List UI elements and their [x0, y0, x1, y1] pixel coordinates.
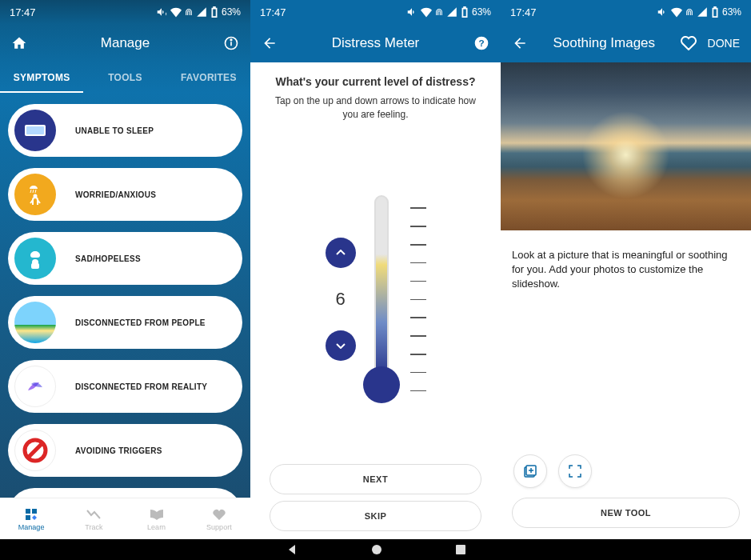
bottom-nav-label: Manage: [18, 523, 45, 531]
soothing-image[interactable]: [501, 62, 751, 230]
symptom-list: UNABLE TO SLEEP WORRIED/ANXIOUS SAD/HOPE…: [0, 93, 250, 498]
thermometer: [372, 195, 394, 403]
add-photo-button[interactable]: [513, 454, 547, 488]
symptom-item[interactable]: DISCONNECTED FROM REALITY: [8, 360, 242, 413]
svg-line-7: [35, 190, 36, 193]
symptom-label: SAD/HOPELESS: [75, 254, 141, 263]
info-icon[interactable]: [223, 35, 239, 51]
bottom-nav-track[interactable]: Track: [62, 498, 125, 539]
up-button[interactable]: [326, 238, 356, 268]
bottom-nav-label: Learn: [147, 523, 166, 531]
svg-point-22: [372, 545, 381, 554]
symptom-item[interactable]: DISCONNECTED FROM PEOPLE: [8, 296, 242, 349]
bottom-nav-label: Support: [206, 523, 232, 531]
back-icon[interactable]: [262, 35, 278, 51]
back-icon[interactable]: [512, 35, 528, 51]
no-sign-icon: [14, 430, 56, 471]
meter-area: 6: [270, 142, 481, 458]
android-back-icon[interactable]: [286, 543, 298, 556]
heart-icon[interactable]: [681, 36, 697, 50]
symptom-label: WORRIED/ANXIOUS: [75, 190, 156, 199]
next-button[interactable]: NEXT: [270, 464, 481, 494]
status-bar: 17:47 ⋒ 63%: [501, 0, 751, 24]
app-bar: Distress Meter ?: [250, 24, 501, 62]
tab-symptoms[interactable]: SYMPTOMS: [0, 62, 83, 93]
symptom-label: DISCONNECTED FROM REALITY: [75, 382, 207, 391]
status-time: 17:47: [510, 6, 537, 18]
home-icon[interactable]: [11, 35, 27, 51]
svg-rect-14: [32, 509, 37, 514]
status-time: 17:47: [10, 6, 36, 18]
symptom-label: UNABLE TO SLEEP: [75, 126, 154, 135]
bottom-nav: Manage Track Learn Support: [0, 498, 250, 539]
svg-line-12: [28, 443, 42, 458]
distress-body: What's your current level of distress? T…: [250, 62, 501, 539]
status-icons: ⋒ 63%: [156, 6, 241, 18]
thermometer-ticks: [410, 207, 426, 391]
symptom-item[interactable]: WORRIED/ANXIOUS: [8, 168, 242, 221]
trend-icon: [86, 507, 101, 522]
soothing-description: Look at a picture that is meaningful or …: [501, 230, 751, 310]
status-battery: 63%: [472, 6, 491, 18]
svg-point-2: [230, 39, 232, 41]
svg-rect-10: [31, 263, 39, 269]
soothing-body: Look at a picture that is meaningful or …: [501, 62, 751, 539]
bottom-nav-learn[interactable]: Learn: [126, 498, 188, 539]
symptom-item[interactable]: AVOIDING TRIGGERS: [8, 424, 242, 477]
page-title: Manage: [101, 35, 150, 51]
svg-rect-23: [456, 545, 465, 554]
status-bar: 17:47 ⋒ 63%: [0, 0, 250, 24]
grid-icon: [25, 507, 38, 522]
beach-icon: [14, 302, 56, 343]
svg-line-5: [30, 190, 31, 193]
done-button[interactable]: DONE: [708, 37, 740, 50]
bottom-nav-label: Track: [85, 523, 102, 531]
app-bar: Soothing Images DONE: [501, 24, 751, 62]
page-title: Distress Meter: [332, 35, 420, 51]
rain-person-icon: [14, 174, 56, 215]
svg-rect-13: [26, 509, 30, 514]
book-icon: [150, 507, 164, 522]
fullscreen-button[interactable]: [558, 454, 592, 488]
tab-favorites[interactable]: FAVORITES: [167, 62, 250, 93]
abstract-icon: [14, 366, 56, 407]
symptom-label: DISCONNECTED FROM PEOPLE: [75, 318, 206, 327]
down-button[interactable]: [326, 330, 356, 361]
symptom-label: AVOIDING TRIGGERS: [75, 446, 162, 455]
status-icons: ⋒ 63%: [657, 6, 741, 18]
svg-line-6: [33, 190, 34, 193]
page-title: Soothing Images: [553, 35, 655, 51]
android-nav-bar: [0, 539, 751, 560]
symptom-item-partial[interactable]: [8, 488, 242, 498]
tabs-row: SYMPTOMS TOOLS FAVORITES: [0, 62, 250, 93]
skip-button[interactable]: SKIP: [270, 501, 481, 531]
pillow-icon: [14, 110, 56, 151]
help-icon[interactable]: ?: [473, 35, 489, 51]
sad-cloud-icon: [14, 238, 56, 279]
heart-icon: [213, 507, 226, 522]
app-bar: Manage: [0, 24, 250, 62]
tab-tools[interactable]: TOOLS: [83, 62, 166, 93]
distress-question: What's your current level of distress?: [276, 75, 476, 88]
android-recent-icon[interactable]: [455, 544, 466, 555]
distress-subtitle: Tap on the up and down arrows to indicat…: [270, 94, 481, 122]
bottom-nav-support[interactable]: Support: [188, 498, 250, 539]
status-bar: 17:47 ⋒ 63%: [250, 0, 501, 24]
symptom-item[interactable]: UNABLE TO SLEEP: [8, 104, 242, 157]
android-home-icon[interactable]: [370, 543, 383, 556]
status-battery: 63%: [722, 6, 741, 18]
svg-rect-15: [26, 515, 30, 520]
symptom-item[interactable]: SAD/HOPELESS: [8, 232, 242, 285]
bottom-nav-manage[interactable]: Manage: [0, 498, 62, 539]
svg-text:?: ?: [478, 38, 484, 48]
status-time: 17:47: [260, 6, 286, 18]
svg-rect-4: [26, 126, 44, 134]
status-icons: ⋒ 63%: [406, 6, 491, 18]
new-tool-button[interactable]: NEW TOOL: [512, 498, 740, 528]
meter-value: 6: [335, 289, 345, 310]
status-battery: 63%: [222, 6, 241, 18]
